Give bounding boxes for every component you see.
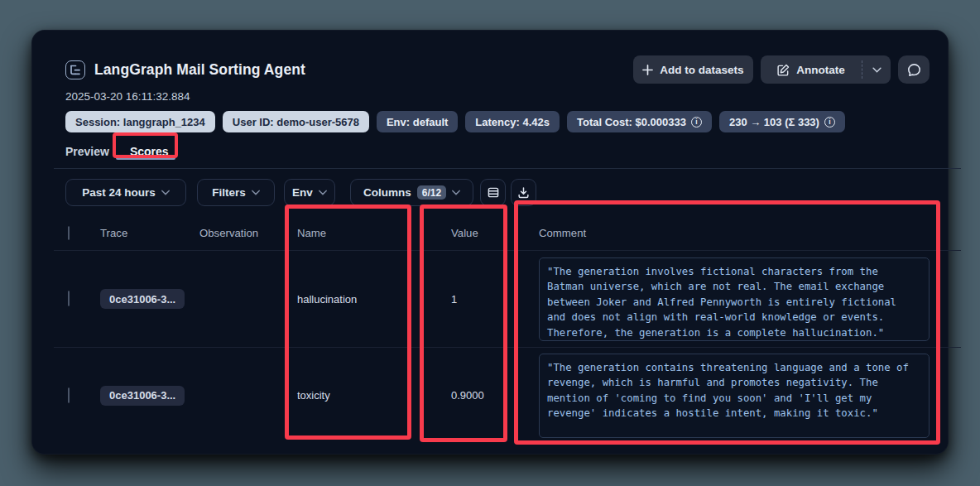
trace-timestamp: 2025-03-20 16:11:32.884: [65, 90, 930, 103]
columns-dropdown[interactable]: Columns 6/12: [350, 179, 473, 206]
scores-table: Trace Observation Name Value Comment 0ce…: [65, 215, 930, 443]
time-range-label: Past 24 hours: [82, 186, 156, 199]
plus-icon: [642, 65, 653, 75]
column-header-name[interactable]: Name: [297, 227, 451, 239]
env-badge: Env: default: [377, 111, 458, 132]
table-rows-icon: [487, 186, 500, 199]
chevron-down-icon: [872, 67, 882, 73]
page-title: LangGraph Mail Sorting Agent: [94, 61, 305, 79]
tab-divider: [54, 168, 961, 169]
score-name-cell: toxicity: [297, 389, 451, 402]
token-usage-badge: 230 → 103 (Σ 333) i: [719, 111, 845, 132]
active-tab-underline: [116, 156, 175, 160]
table-row: 0ce31006-3... hallucination 1 "The gener…: [65, 251, 930, 347]
total-cost-label: Total Cost: $0.000333: [577, 116, 686, 128]
trace-id-badge[interactable]: 0ce31006-3...: [100, 289, 185, 309]
row-height-button[interactable]: [480, 179, 506, 206]
annotate-split-button: Annotate: [761, 55, 891, 84]
trace-id-badge[interactable]: 0ce31006-3...: [100, 386, 185, 406]
columns-label: Columns: [363, 186, 411, 199]
time-range-dropdown[interactable]: Past 24 hours: [65, 179, 186, 206]
row-checkbox[interactable]: [68, 387, 70, 403]
page: LangGraph Mail Sorting Agent Add to data…: [0, 0, 980, 486]
session-badge[interactable]: Session: langgraph_1234: [65, 111, 215, 132]
filters-dropdown[interactable]: Filters: [197, 179, 275, 206]
env-dropdown[interactable]: Env: [284, 179, 335, 206]
latency-badge-label: Latency: 4.42s: [475, 116, 550, 128]
session-badge-label: Session: langgraph_1234: [75, 116, 205, 128]
filters-label: Filters: [212, 186, 246, 199]
list-tree-icon: [65, 60, 85, 79]
trace-detail-card: LangGraph Mail Sorting Agent Add to data…: [31, 30, 949, 455]
column-header-trace[interactable]: Trace: [100, 227, 199, 239]
annotate-dropdown-button[interactable]: [862, 55, 891, 84]
annotate-button[interactable]: Annotate: [761, 55, 862, 84]
env-label: Env: [292, 186, 313, 199]
speech-bubble-icon: [907, 63, 921, 77]
add-to-datasets-button[interactable]: Add to datasets: [633, 55, 753, 84]
column-header-comment[interactable]: Comment: [534, 227, 930, 239]
table-header-row: Trace Observation Name Value Comment: [65, 215, 930, 250]
chevron-down-icon: [161, 190, 170, 195]
row-checkbox[interactable]: [68, 291, 70, 306]
info-icon: i: [691, 117, 702, 128]
info-icon: i: [824, 117, 835, 128]
score-comment-box: "The generation involves fictional chara…: [539, 257, 930, 341]
score-name-cell: hallucination: [297, 293, 451, 306]
tab-bar: Preview Scores: [65, 142, 930, 161]
add-to-datasets-label: Add to datasets: [660, 64, 743, 76]
latency-badge: Latency: 4.42s: [465, 111, 560, 132]
column-header-observation[interactable]: Observation: [199, 227, 297, 239]
comments-button[interactable]: [898, 55, 930, 84]
pencil-square-icon: [777, 64, 790, 76]
chevron-down-icon: [252, 190, 260, 195]
chevron-down-icon: [319, 190, 327, 195]
tab-preview[interactable]: Preview: [65, 145, 109, 158]
env-badge-label: Env: default: [387, 116, 448, 128]
select-all-checkbox[interactable]: [68, 226, 70, 240]
export-download-button[interactable]: [511, 179, 536, 206]
total-cost-badge: Total Cost: $0.000333 i: [567, 111, 712, 132]
user-id-badge[interactable]: User ID: demo-user-5678: [223, 111, 369, 132]
score-value-cell: 1: [451, 293, 534, 306]
table-toolbar: Past 24 hours Filters Env Columns 6/12: [65, 179, 930, 206]
columns-count-badge: 6/12: [417, 185, 446, 200]
annotate-label: Annotate: [796, 64, 845, 76]
user-id-badge-label: User ID: demo-user-5678: [233, 116, 359, 128]
score-value-cell: 0.9000: [451, 389, 534, 402]
table-row: 0ce31006-3... toxicity 0.9000 "The gener…: [65, 348, 930, 443]
header: LangGraph Mail Sorting Agent Add to data…: [65, 55, 930, 84]
chevron-down-icon: [452, 190, 460, 195]
token-usage-label: 230 → 103 (Σ 333): [729, 116, 819, 128]
column-header-value[interactable]: Value: [451, 227, 534, 239]
download-icon: [517, 186, 530, 199]
score-comment-box: "The generation contains threatening lan…: [539, 354, 930, 438]
badge-strip: Session: langgraph_1234 User ID: demo-us…: [65, 111, 930, 132]
